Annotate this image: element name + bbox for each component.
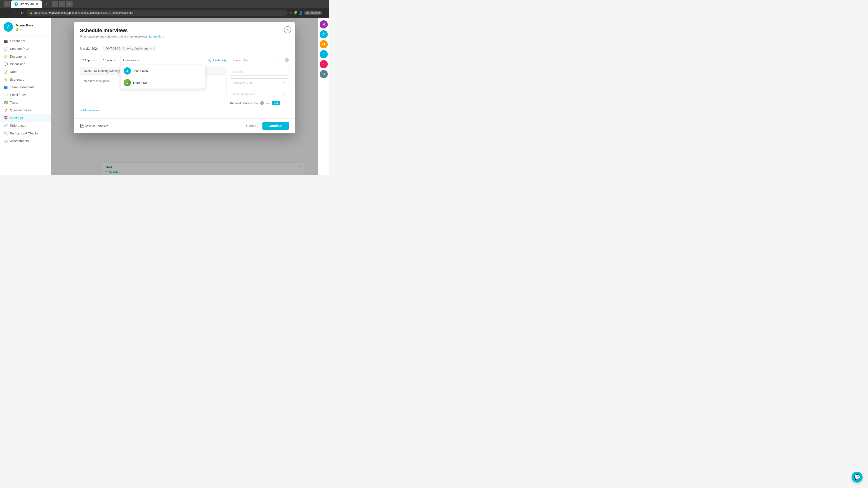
no-badge[interactable]: No xyxy=(272,101,280,105)
avatar-c[interactable]: C xyxy=(320,30,328,38)
location-field[interactable]: Location xyxy=(230,67,289,76)
search-icon: 🔍 xyxy=(208,59,211,62)
tab-close-btn[interactable]: ✕ xyxy=(36,2,38,6)
back-btn[interactable]: ← xyxy=(3,10,9,16)
lauren-deli-avatar: L xyxy=(124,79,131,86)
sidebar-label: Questionnaires xyxy=(10,108,31,112)
notes-icon: 📝 xyxy=(4,70,8,74)
restore-btn[interactable]: □ xyxy=(59,1,65,7)
avatar-m[interactable]: M xyxy=(320,40,328,48)
john-smith-name: John Smith xyxy=(133,69,148,73)
modal-overlay[interactable]: Schedule Interviews Plan, organize and s… xyxy=(51,18,318,175)
email-icon: ✉️ xyxy=(4,93,8,97)
interviewers-field[interactable] xyxy=(120,56,206,64)
interviewer-select[interactable]: Lauren Deli ▼ xyxy=(230,56,283,64)
resume-icon: 📄 xyxy=(4,47,8,51)
sidebar-item-meetings[interactable]: 📅 Meetings xyxy=(0,114,51,122)
sidebar-label: Assessments xyxy=(10,139,29,143)
sidebar-item-assessments[interactable]: 📊 Assessments xyxy=(0,137,51,145)
bookmark-icon[interactable]: ☆ xyxy=(289,11,292,15)
sidebar-item-references[interactable]: 🔗 References xyxy=(0,122,51,129)
user-name: Joven Paw xyxy=(16,23,33,27)
time-select[interactable]: 2:15pm ▼ xyxy=(80,56,98,64)
lauren-deli-name: Lauren Deli xyxy=(133,81,148,85)
browser-chrome: ⌄ B Breezy HR ✕ + ─ □ ✕ ← → ↻ 🔒 app.bree… xyxy=(0,0,329,18)
suggestion-john-smith[interactable]: J John Smith xyxy=(121,65,205,77)
interview-guide-select[interactable]: Interview Guide ▼ xyxy=(230,78,289,87)
sidebar-item-experience[interactable]: 💼 Experience xyxy=(0,37,51,45)
main-content: Schedule Interviews Plan, organize and s… xyxy=(51,18,318,175)
sidebar-item-resume[interactable]: 📄 Resume / CV xyxy=(0,45,51,53)
tab-favicon: B xyxy=(14,2,18,6)
avatar-j2[interactable]: J xyxy=(320,60,328,68)
duration-value: 15 min xyxy=(103,59,112,62)
avatar-j1[interactable]: J xyxy=(320,50,328,58)
menu-icon[interactable]: ⋮ xyxy=(323,11,327,15)
sidebar-item-scorecard[interactable]: ⭐ Scorecard xyxy=(0,76,51,84)
sidebar-label: Background Checks xyxy=(10,131,38,135)
tab-list-btn[interactable]: ⌄ xyxy=(4,1,10,7)
guide-dropdown-icon: ▼ xyxy=(284,82,286,84)
background-checks-icon: 🔍 xyxy=(4,131,8,135)
address-bar: ← → ↻ 🔒 app.breezy.hr/app/c/moodjoy/p/59… xyxy=(0,8,329,18)
learn-more-link[interactable]: Learn More xyxy=(149,35,164,38)
refresh-btn[interactable]: ↻ xyxy=(19,10,25,16)
active-tab[interactable]: B Breezy HR ✕ xyxy=(11,0,42,8)
app-layout: J Joven Paw 🔔 ★ 💼 Experience 📄 Resume / … xyxy=(0,18,329,175)
sidebar-label: References xyxy=(10,124,26,127)
meetings-icon: 📅 xyxy=(4,116,8,120)
modal-footer: 💾 Save as Template Cancel Continue xyxy=(74,119,295,133)
availability-btn[interactable]: 🔍 Availability xyxy=(208,56,226,64)
team-scorecards-icon: 👥 xyxy=(4,86,8,89)
timezone-selector[interactable]: GMT-08:00 - America/Anchorage ▼ xyxy=(103,46,155,51)
profile-icon[interactable]: 👤 xyxy=(299,11,303,15)
sidebar-item-questionnaires[interactable]: ❓ Questionnaires xyxy=(0,106,51,114)
suggestion-lauren-deli[interactable]: L Lauren Deli xyxy=(121,77,205,89)
schedule-interviews-modal: Schedule Interviews Plan, organize and s… xyxy=(74,22,295,133)
info-btn[interactable]: i xyxy=(285,58,289,62)
scorecard-icon: ⭐ xyxy=(4,78,8,81)
sidebar-item-documents[interactable]: 📁 Documents xyxy=(0,53,51,60)
video-dropdown-icon: ▼ xyxy=(284,93,286,95)
save-icon: 💾 xyxy=(80,124,84,128)
sidebar-item-notes[interactable]: 📝 Notes xyxy=(0,68,51,76)
assessments-icon: 📊 xyxy=(4,139,8,143)
sidebar-label: Meetings xyxy=(10,116,23,120)
extension-icon[interactable]: 🧩 xyxy=(293,11,298,15)
url-bar[interactable]: 🔒 app.breezy.hr/app/c/moodjoy/p/59357218… xyxy=(27,10,287,16)
sidebar-item-background-checks[interactable]: 🔍 Background Checks xyxy=(0,129,51,137)
tab-bar: ⌄ B Breezy HR ✕ + ─ □ ✕ xyxy=(0,0,329,8)
save-template-btn[interactable]: 💾 Save as Template xyxy=(80,124,108,128)
notification-icon: 🔔 xyxy=(16,28,19,31)
sidebar-label: Resume / CV xyxy=(10,47,29,51)
incognito-label: Incognito xyxy=(310,11,320,14)
add-interview-btn[interactable]: + Add Interview xyxy=(80,109,289,112)
avatar-b[interactable]: B xyxy=(320,70,328,78)
cancel-btn[interactable]: Cancel xyxy=(243,122,260,129)
references-icon: 🔗 xyxy=(4,124,8,127)
sidebar-label: Email / SMS xyxy=(10,93,27,97)
interviewers-input: J John Smith L Lauren xyxy=(120,56,206,64)
location-placeholder: Location xyxy=(233,70,244,73)
sidebar-item-discussion[interactable]: 💬 Discussion xyxy=(0,60,51,68)
duration-select[interactable]: 15 min ▼ xyxy=(101,56,118,64)
video-interview-select[interactable]: Video Interview? ▼ xyxy=(230,90,289,98)
scorecards-info-icon[interactable]: i xyxy=(260,101,264,105)
modal-close-btn[interactable]: ✕ xyxy=(284,26,291,33)
sidebar-item-tasks[interactable]: ✅ Tasks xyxy=(0,99,51,106)
sidebar-user: J Joven Paw 🔔 ★ xyxy=(0,20,51,35)
sidebar-item-team-scorecards[interactable]: 👥 Team Scorecards xyxy=(0,84,51,91)
modal-header: Schedule Interviews Plan, organize and s… xyxy=(74,22,295,41)
forward-btn[interactable]: → xyxy=(11,10,17,16)
window-close-btn[interactable]: ✕ xyxy=(66,1,72,7)
new-tab-btn[interactable]: + xyxy=(43,1,50,7)
time-value: 2:15pm xyxy=(83,59,92,62)
avatar-n[interactable]: N xyxy=(320,20,328,29)
timezone-value: GMT-08:00 - America/Anchorage xyxy=(105,47,149,50)
user-meta: 🔔 ★ xyxy=(16,28,33,31)
sidebar-item-email-sms[interactable]: ✉️ Email / SMS xyxy=(0,91,51,99)
url-text: app.breezy.hr/app/c/moodjoy/p/59357218dc… xyxy=(34,11,133,14)
minimize-btn[interactable]: ─ xyxy=(52,1,58,7)
video-interview-placeholder: Video Interview? xyxy=(233,92,255,96)
continue-btn[interactable]: Continue xyxy=(262,122,289,130)
